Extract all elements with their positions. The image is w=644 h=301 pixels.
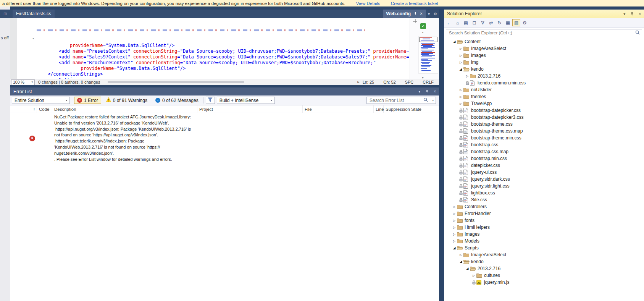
expand-arrow-icon[interactable]: ▷ bbox=[453, 233, 455, 236]
window-position-chevron-icon[interactable]: ▾ bbox=[418, 89, 420, 94]
expand-arrow-icon[interactable]: ▷ bbox=[460, 253, 462, 257]
minimap[interactable] bbox=[418, 36, 438, 74]
tree-item[interactable]: ▷2013.2.716 bbox=[444, 73, 644, 79]
collapse-arrow-icon[interactable]: ◢ bbox=[466, 267, 469, 270]
tree-item[interactable]: jquery.sidr.light.css bbox=[444, 183, 644, 189]
tree-item[interactable]: lightbox.css bbox=[444, 189, 644, 196]
pin-icon[interactable] bbox=[630, 12, 634, 16]
tree-item[interactable]: bootstrap.css.map bbox=[444, 148, 644, 155]
column-header-file[interactable]: File bbox=[303, 105, 374, 113]
code-line[interactable]: <add name="PresetsContext" connectionStr… bbox=[37, 49, 410, 54]
editor-scrollbar[interactable]: ✓ ▲ ▼ bbox=[410, 18, 439, 79]
window-position-chevron-icon[interactable]: ▾ bbox=[623, 12, 625, 16]
pin-icon[interactable] bbox=[425, 89, 429, 94]
expand-arrow-icon[interactable]: ▷ bbox=[460, 61, 462, 64]
tree-item[interactable]: bootstrap.css bbox=[444, 141, 644, 148]
search-icon[interactable] bbox=[635, 29, 640, 36]
tree-item[interactable]: ◢Content bbox=[444, 38, 644, 45]
collapsed-toolwindow-tab[interactable]: ◫ bbox=[0, 10, 10, 18]
column-header-project[interactable]: Project bbox=[197, 105, 303, 113]
mode-dropdown[interactable]: Build + IntelliSense ▾ bbox=[217, 97, 275, 104]
tree-item[interactable]: ▷themes bbox=[444, 93, 644, 100]
collapse-arrow-icon[interactable]: ◢ bbox=[460, 67, 462, 71]
tree-item[interactable]: ▷HtmlHelpers bbox=[444, 224, 644, 231]
scrollbar-thumb[interactable] bbox=[108, 81, 244, 83]
tree-item[interactable]: kendo.common.min.css bbox=[444, 79, 644, 86]
expand-arrow-icon[interactable]: ▷ bbox=[453, 219, 455, 222]
error-list-title-bar[interactable]: Error List ▾ × bbox=[10, 87, 439, 95]
solution-search-input[interactable] bbox=[448, 30, 635, 36]
tree-item[interactable]: bootstrap.min.css bbox=[444, 155, 644, 162]
back-icon[interactable]: ← bbox=[445, 19, 453, 26]
tree-item[interactable]: ▷noUIslider bbox=[444, 86, 644, 93]
expand-arrow-icon[interactable]: ▷ bbox=[460, 47, 462, 50]
expand-arrow-icon[interactable]: ▷ bbox=[453, 205, 455, 209]
expand-arrow-icon[interactable]: ▷ bbox=[453, 240, 455, 243]
expand-arrow-icon[interactable]: ▷ bbox=[460, 54, 462, 57]
create-feedback-ticket-link[interactable]: Create a feedback ticket bbox=[391, 1, 438, 6]
home-icon[interactable]: ⌂ bbox=[454, 19, 462, 26]
messages-filter-button[interactable]: i 0 of 62 Messages bbox=[152, 97, 202, 104]
collapse-arrow-icon[interactable]: ◢ bbox=[460, 260, 462, 264]
tree-item[interactable]: ▷ErrorHandler bbox=[444, 210, 644, 217]
tree-item[interactable]: ▷Models bbox=[444, 238, 644, 244]
tree-item[interactable]: ▷TravelApp bbox=[444, 100, 644, 107]
tree-item[interactable]: ◢kendo bbox=[444, 66, 644, 73]
tree-item[interactable]: ◢kendo bbox=[444, 258, 644, 265]
tree-item[interactable]: ▷Controllers bbox=[444, 203, 644, 210]
zoom-control[interactable]: 100 % ▾ bbox=[11, 79, 35, 85]
tree-item[interactable]: ▷img bbox=[444, 59, 644, 66]
collapsed-panel-label[interactable]: s off bbox=[1, 36, 9, 40]
code-health-check-icon[interactable]: ✓ bbox=[420, 23, 426, 29]
solution-search[interactable] bbox=[446, 29, 642, 36]
code-editor[interactable]: ▾ providerName="System.Data.SqlClient"/>… bbox=[10, 18, 439, 79]
close-icon[interactable]: × bbox=[420, 11, 423, 16]
tree-item[interactable]: bootstrap-theme.css bbox=[444, 121, 644, 128]
pin-icon[interactable] bbox=[413, 12, 417, 16]
code-line[interactable]: </connectionStrings> bbox=[37, 71, 410, 77]
column-header-line[interactable]: Line bbox=[374, 105, 384, 113]
tree-item[interactable]: ▷ImageAreaSelect bbox=[444, 45, 644, 52]
close-icon[interactable]: × bbox=[434, 89, 436, 94]
column-header-description[interactable]: Description bbox=[52, 105, 197, 113]
error-list-search-input[interactable] bbox=[369, 97, 423, 104]
expand-arrow-icon[interactable]: ▷ bbox=[460, 88, 462, 92]
tree-item[interactable]: ▷images bbox=[444, 52, 644, 59]
properties-icon[interactable]: ⚙ bbox=[521, 19, 529, 26]
view-details-link[interactable]: View Details bbox=[356, 1, 380, 6]
window-list-chevron-icon[interactable]: ▾ bbox=[426, 10, 432, 18]
code-line[interactable]: providerName="System.Data.SqlClient"/> bbox=[37, 66, 410, 71]
tree-item[interactable]: ◢Scripts bbox=[444, 244, 644, 251]
expand-arrow-icon[interactable]: ▷ bbox=[453, 226, 455, 229]
scroll-right-icon[interactable]: ▶ bbox=[357, 81, 359, 84]
expand-arrow-icon[interactable]: ▷ bbox=[453, 212, 455, 215]
column-header-suppression-state[interactable]: Suppression State bbox=[384, 105, 439, 113]
error-list-search[interactable]: ▾ bbox=[366, 97, 436, 104]
warnings-filter-button[interactable]: 0 of 91 Warnings bbox=[103, 97, 150, 104]
tree-item[interactable]: bootstrap-datepicker.css bbox=[444, 107, 644, 114]
error-row[interactable]: ×NuGet Package restore failed for projec… bbox=[10, 113, 439, 163]
sync-with-active-document-icon[interactable]: ⇄ bbox=[487, 19, 495, 26]
expand-arrow-icon[interactable]: ▷ bbox=[466, 74, 468, 78]
horizontal-scrollbar[interactable] bbox=[102, 80, 355, 84]
tree-item[interactable]: ▷fonts bbox=[444, 217, 644, 224]
tree-item[interactable]: jquery.sidr.dark.css bbox=[444, 176, 644, 183]
errors-filter-button[interactable]: × 1 Error bbox=[74, 97, 101, 104]
close-icon[interactable]: × bbox=[639, 12, 641, 16]
code-line[interactable]: providerName="System.Data.SqlClient"/> bbox=[37, 43, 410, 49]
tree-item[interactable]: bootstrap-datepicker3.css bbox=[444, 114, 644, 121]
filter-button[interactable] bbox=[206, 97, 215, 104]
code-line[interactable]: <add name="BrochureContext" connectionSt… bbox=[37, 60, 410, 66]
tree-item[interactable]: datepicker.css bbox=[444, 162, 644, 169]
tree-item[interactable]: ▷ImageAreaSelect bbox=[444, 251, 644, 258]
refresh-icon[interactable]: ↻ bbox=[496, 19, 504, 26]
collapse-all-icon[interactable]: ⊟ bbox=[470, 19, 478, 26]
tree-item[interactable]: ▷cultures bbox=[444, 272, 644, 279]
collapse-arrow-icon[interactable]: ◢ bbox=[453, 246, 456, 250]
expand-arrow-icon[interactable]: ▷ bbox=[473, 274, 475, 277]
collapse-arrow-icon[interactable]: ◢ bbox=[453, 40, 456, 44]
severity-column-header[interactable]: ! bbox=[10, 105, 37, 113]
options-gear-icon[interactable]: ⚙ bbox=[432, 10, 439, 18]
tree-item[interactable]: ▷Images bbox=[444, 231, 644, 238]
tree-item[interactable]: jquery-ui.css bbox=[444, 169, 644, 176]
